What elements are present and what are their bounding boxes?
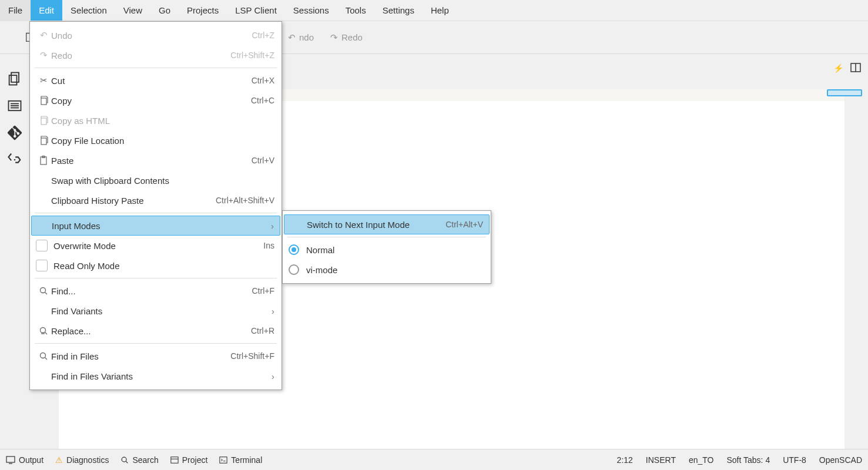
menu-settings[interactable]: Settings	[374, 0, 423, 21]
menuitem-readonly-mode[interactable]: Read Only Mode	[30, 256, 281, 276]
status-encoding[interactable]: UTF-8	[783, 455, 806, 465]
statusbar: Output ⚠ Diagnostics Search Project Term…	[0, 449, 868, 470]
menu-edit[interactable]: Edit	[31, 0, 62, 21]
status-insert-mode[interactable]: INSERT	[646, 455, 676, 465]
status-language[interactable]: OpenSCAD	[819, 455, 862, 465]
menu-view[interactable]: View	[115, 0, 150, 21]
menuitem-redo[interactable]: ↷ Redo Ctrl+Shift+Z	[30, 45, 281, 65]
menuitem-find-in-files-variants[interactable]: Find in Files Variants ›	[30, 366, 281, 386]
svg-point-23	[122, 457, 127, 462]
svg-rect-21	[6, 456, 15, 462]
menuitem-find[interactable]: Find... Ctrl+F	[30, 281, 281, 301]
status-output[interactable]: Output	[6, 455, 43, 465]
svg-rect-0	[11, 73, 19, 82]
status-locale[interactable]: en_TO	[689, 455, 714, 465]
menuitem-copy[interactable]: Copy Ctrl+C	[30, 90, 281, 110]
lsp-icon[interactable]	[6, 152, 23, 168]
split-view-icon[interactable]	[850, 62, 861, 75]
svg-rect-10	[41, 118, 46, 125]
menu-selection[interactable]: Selection	[62, 0, 115, 21]
copy-icon	[36, 96, 51, 105]
status-position[interactable]: 2:12	[617, 455, 633, 465]
separator	[35, 278, 277, 278]
chevron-right-icon: ›	[264, 306, 274, 316]
svg-point-14	[41, 288, 46, 293]
menuitem-copy-html[interactable]: Copy as HTML	[30, 110, 281, 130]
sidebar	[0, 54, 29, 168]
radio-vi[interactable]	[289, 264, 299, 275]
separator	[35, 343, 277, 344]
warning-icon: ⚠	[55, 455, 63, 465]
redo-label: Redo	[341, 32, 363, 42]
search-icon	[36, 286, 51, 296]
separator	[35, 68, 277, 68]
undo-icon: ↶	[36, 30, 51, 41]
menu-file[interactable]: File	[0, 0, 31, 21]
redo-button[interactable]: ↷ Redo	[327, 30, 366, 45]
svg-rect-1	[9, 75, 17, 85]
status-terminal[interactable]: Terminal	[219, 455, 262, 465]
svg-rect-11	[41, 138, 46, 145]
menuitem-input-modes[interactable]: Input Modes ›	[31, 216, 280, 236]
menu-projects[interactable]: Projects	[179, 0, 227, 21]
checkbox-overwrite[interactable]	[36, 240, 48, 251]
radio-normal[interactable]	[289, 244, 299, 255]
menu-sessions[interactable]: Sessions	[285, 0, 337, 21]
input-modes-submenu: Switch to Next Input Mode Ctrl+Alt+V Nor…	[282, 210, 491, 284]
chevron-right-icon: ›	[264, 371, 274, 381]
svg-rect-9	[41, 98, 46, 105]
replace-icon	[36, 326, 51, 335]
chevron-right-icon: ›	[263, 221, 274, 231]
menuitem-undo[interactable]: ↶ Undo Ctrl+Z	[30, 25, 281, 45]
svg-line-17	[45, 333, 48, 335]
menuitem-input-vi[interactable]: vi-mode	[283, 260, 491, 280]
status-diagnostics[interactable]: ⚠ Diagnostics	[55, 455, 109, 465]
copy-html-icon	[36, 116, 51, 125]
menu-help[interactable]: Help	[423, 0, 457, 21]
menuitem-cut[interactable]: ✂ Cut Ctrl+X	[30, 70, 281, 90]
redo-icon: ↷	[36, 50, 51, 61]
undo-button[interactable]: ↶ ndo	[284, 30, 317, 45]
search-icon	[36, 351, 51, 361]
svg-point-16	[41, 328, 46, 333]
list-icon[interactable]	[6, 98, 23, 114]
menuitem-paste[interactable]: Paste Ctrl+V	[30, 150, 281, 170]
minimap-indicator[interactable]	[827, 89, 862, 96]
menu-go[interactable]: Go	[150, 0, 179, 21]
svg-rect-27	[220, 456, 227, 463]
menuitem-replace[interactable]: Replace... Ctrl+R	[30, 321, 281, 341]
menuitem-overwrite-mode[interactable]: Overwrite Mode Ins	[30, 236, 281, 256]
svg-rect-25	[171, 456, 178, 463]
status-tabs[interactable]: Soft Tabs: 4	[726, 455, 770, 465]
svg-line-15	[45, 293, 48, 295]
undo-label: ndo	[299, 32, 314, 42]
menu-tools[interactable]: Tools	[337, 0, 374, 21]
menuitem-clipboard-history[interactable]: Clipboard History Paste Ctrl+Alt+Shift+V	[30, 190, 281, 210]
menubar: File Edit Selection View Go Projects LSP…	[0, 0, 868, 21]
svg-point-19	[41, 353, 46, 358]
documents-icon[interactable]	[6, 70, 23, 87]
status-search[interactable]: Search	[120, 455, 158, 465]
separator	[35, 213, 277, 213]
copy-location-icon	[36, 136, 51, 145]
menuitem-input-normal[interactable]: Normal	[283, 240, 491, 260]
menuitem-copy-file-location[interactable]: Copy File Location	[30, 130, 281, 150]
menuitem-find-in-files[interactable]: Find in Files Ctrl+Shift+F	[30, 346, 281, 366]
menu-lsp-client[interactable]: LSP Client	[227, 0, 285, 21]
paste-icon	[36, 156, 51, 165]
quick-action-icon[interactable]: ⚡	[833, 63, 843, 73]
redo-icon: ↷	[330, 32, 338, 43]
separator	[287, 237, 486, 237]
cut-icon: ✂	[36, 75, 51, 86]
git-icon[interactable]	[6, 125, 23, 141]
svg-line-24	[126, 461, 128, 463]
menuitem-switch-input-mode[interactable]: Switch to Next Input Mode Ctrl+Alt+V	[284, 214, 490, 234]
checkbox-readonly[interactable]	[36, 260, 48, 271]
undo-icon: ↶	[288, 32, 296, 43]
menuitem-swap-clipboard[interactable]: Swap with Clipboard Contents	[30, 170, 281, 190]
svg-line-20	[45, 358, 48, 360]
menuitem-find-variants[interactable]: Find Variants ›	[30, 301, 281, 321]
status-project[interactable]: Project	[170, 455, 208, 465]
edit-dropdown: ↶ Undo Ctrl+Z ↷ Redo Ctrl+Shift+Z ✂ Cut …	[29, 21, 282, 390]
